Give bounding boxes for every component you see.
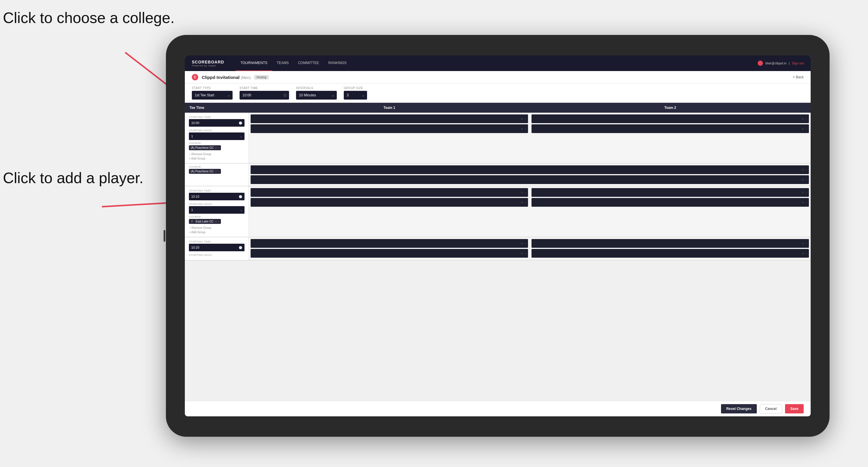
nav-tab-teams[interactable]: TEAMS	[272, 55, 293, 71]
group-size-select[interactable]: 3	[344, 91, 367, 100]
starting-time-input-3[interactable]	[189, 244, 245, 251]
tablet-side-button	[163, 230, 165, 242]
player-slot-g2-2-1[interactable]: ✕ ›	[531, 188, 809, 197]
slot-g2-1-expand-1[interactable]: ›	[525, 191, 526, 194]
course-expand-1[interactable]: ›	[218, 147, 219, 149]
nav-tab-committee[interactable]: COMMITTEE	[293, 55, 324, 71]
slot-close-1-1[interactable]: ✕	[521, 117, 523, 121]
player-slot-g2-2-2[interactable]: ✕ ›	[531, 198, 809, 207]
starting-time-input-1[interactable]	[189, 119, 245, 127]
slot-expand-2-1[interactable]: ›	[806, 117, 807, 121]
player-slot-g3-1-1[interactable]: ✕ ›	[251, 239, 528, 248]
player-slot-g2-1-1[interactable]: ✕ ›	[251, 188, 528, 197]
start-type-select[interactable]: 1st Tee Start	[192, 91, 232, 100]
course-only-remove[interactable]: ✕	[215, 170, 217, 173]
col-tee-time-header: Tee Time	[185, 103, 249, 113]
start-type-label: Start Type	[192, 87, 232, 90]
slot-close-1-2[interactable]: ✕	[521, 127, 523, 130]
course-tag-label-1: (A) Peachtree GC	[191, 146, 214, 149]
course-tag-only-label-1: (A) Peachtree GC	[191, 170, 214, 173]
group-row-3: STARTING TIME: 🕙 STARTING HOLE: ✕ ›	[185, 237, 811, 260]
course-tag-1[interactable]: (A) Peachtree GC ✕ ›	[189, 145, 221, 150]
slot-g2-1-close-2[interactable]: ✕	[521, 201, 523, 204]
player-slot-2-2[interactable]: ✕ ›	[531, 124, 809, 133]
player-slot-g3-2-2[interactable]: ✕ ›	[531, 249, 809, 258]
remove-group-1[interactable]: ○ Remove Group	[189, 153, 245, 156]
group-size-label: Group Size	[344, 87, 367, 90]
slot-g3-1-expand-1[interactable]: ›	[525, 242, 526, 245]
sign-out-link[interactable]: Sign out	[792, 61, 804, 65]
slot-expand-1-2[interactable]: ›	[525, 127, 526, 130]
hole-select-2[interactable]: 1	[189, 206, 245, 214]
slot-g3-2-expand-2[interactable]: ›	[806, 252, 807, 255]
starting-time-wrapper-1: 🕙	[189, 119, 245, 127]
starting-time-wrapper-3: 🕙	[189, 244, 245, 251]
slot-expand-c2[interactable]: ›	[806, 178, 807, 181]
course-tag-label-2: East Lake GC	[196, 220, 214, 223]
player-slot-2-1[interactable]: ✕ ›	[531, 115, 809, 123]
slot-expand-c1[interactable]: ›	[806, 168, 807, 172]
add-group-1[interactable]: + Add Group	[189, 157, 245, 160]
add-group-2[interactable]: + Add Group	[189, 230, 245, 234]
slot-g3-2-expand-1[interactable]: ›	[806, 242, 807, 245]
course-only-expand[interactable]: ›	[218, 170, 219, 173]
slot-g2-2-close-2[interactable]: ✕	[802, 201, 804, 204]
slot-g3-2-close-1[interactable]: ✕	[802, 242, 804, 245]
slot-g3-1-close-1[interactable]: ✕	[521, 242, 523, 245]
player-slot-1-1[interactable]: ✕ ›	[251, 115, 528, 123]
player-slot-g3-1-2[interactable]: ✕ ›	[251, 249, 528, 258]
slot-expand-1-1[interactable]: ›	[525, 117, 526, 121]
slot-g2-1-close-1[interactable]: ✕	[521, 191, 523, 194]
slot-close-c1[interactable]: ✕	[802, 168, 804, 172]
nav-tab-tournaments[interactable]: TOURNAMENTS	[236, 55, 272, 71]
course-remove-2[interactable]: ✕	[215, 220, 217, 223]
hole-select-1[interactable]: 1	[189, 132, 245, 140]
cancel-button[interactable]: Cancel	[760, 404, 782, 413]
course-remove-1[interactable]: ✕	[215, 147, 217, 149]
team2-col-2: ✕ › ✕ ›	[530, 186, 811, 237]
page-title-row: C Clippd Invitational (Men) Hosting	[192, 74, 269, 80]
slot-g2-2-expand-1[interactable]: ›	[806, 191, 807, 194]
back-button[interactable]: < Back	[793, 75, 804, 79]
slot-g2-1-expand-2[interactable]: ›	[525, 201, 526, 204]
slot-g3-1-expand-2[interactable]: ›	[525, 252, 526, 255]
starting-time-input-2[interactable]	[189, 193, 245, 200]
slot-g2-2-expand-2[interactable]: ›	[806, 201, 807, 204]
slot-close-c2[interactable]: ✕	[802, 178, 804, 181]
player-slot-course-1[interactable]: ✕ ›	[251, 165, 809, 174]
slot-expand-2-2[interactable]: ›	[806, 127, 807, 130]
player-slot-g3-2-1[interactable]: ✕ ›	[531, 239, 809, 248]
slot-g3-2-close-2[interactable]: ✕	[802, 252, 804, 255]
start-time-label: Start Time	[240, 87, 289, 90]
course-tag-only-1[interactable]: (A) Peachtree GC ✕ ›	[189, 169, 221, 174]
hosting-badge: Hosting	[254, 75, 269, 80]
save-button[interactable]: Save	[785, 404, 804, 413]
course-tag-2[interactable]: 🏌 East Lake GC ✕ ›	[189, 219, 221, 224]
nav-bar: SCOREBOARD Powered by clippd TOURNAMENTS…	[185, 55, 811, 71]
remove-group-2[interactable]: ○ Remove Group	[189, 226, 245, 229]
start-type-select-wrapper: 1st Tee Start	[192, 91, 232, 100]
time-icon-1: 🕙	[239, 121, 242, 125]
intervals-select[interactable]: 10 Minutes	[296, 91, 337, 100]
team1-course-row: ✕ › ✕ ›	[249, 164, 811, 186]
starting-time-label-3: STARTING TIME:	[189, 240, 245, 243]
reset-button[interactable]: Reset Changes	[721, 404, 757, 413]
player-slot-1-2[interactable]: ✕ ›	[251, 124, 528, 133]
start-type-group: Start Type 1st Tee Start	[192, 87, 232, 100]
course-expand-2[interactable]: ›	[218, 220, 219, 223]
nav-tab-rankings[interactable]: RANKINGS	[324, 55, 351, 71]
team2-col-1: ✕ › ✕ ›	[530, 113, 811, 163]
intervals-select-wrapper: 10 Minutes	[296, 91, 337, 100]
slot-close-2-2[interactable]: ✕	[802, 127, 804, 130]
table-header-row: Tee Time Team 1 Team 2	[185, 103, 811, 113]
intervals-group: Intervals 10 Minutes	[296, 87, 337, 100]
starting-time-label-2: STARTING TIME:	[189, 189, 245, 192]
player-slot-course-2[interactable]: ✕ ›	[251, 175, 809, 184]
slot-g2-2-close-1[interactable]: ✕	[802, 191, 804, 194]
player-slot-g2-1-2[interactable]: ✕ ›	[251, 198, 528, 207]
main-content: Tee Time Team 1 Team 2 STARTING TIME: 🕙 …	[185, 103, 811, 401]
starting-hole-label-1: STARTING HOLE:	[189, 129, 245, 132]
start-time-input[interactable]	[240, 91, 289, 100]
slot-g3-1-close-2[interactable]: ✕	[521, 252, 523, 255]
slot-close-2-1[interactable]: ✕	[802, 117, 804, 121]
